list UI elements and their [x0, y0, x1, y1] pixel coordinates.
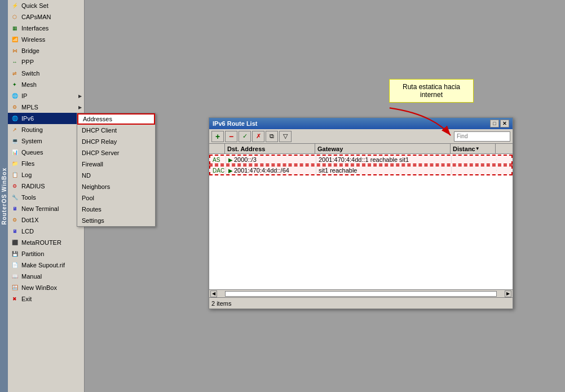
close-button[interactable]: ✕ — [500, 120, 509, 127]
submenu-settings[interactable]: Settings — [77, 215, 155, 226]
sidebar-item-tools[interactable]: 🔧 Tools ▶ — [8, 192, 84, 203]
sidebar-item-radius[interactable]: ⚙ RADIUS — [8, 180, 84, 192]
switch-icon: ⇌ — [10, 69, 19, 78]
route-window-title: IPv6 Route List □ ✕ — [209, 118, 513, 129]
files-icon: 📁 — [10, 159, 19, 168]
sidebar-item-new-winbox[interactable]: 🪟 New WinBox — [8, 282, 84, 293]
table-header: Dst. Address Gateway Distanc — [209, 144, 513, 154]
col-header-flag[interactable] — [209, 144, 225, 153]
col-header-gateway[interactable]: Gateway — [315, 144, 451, 153]
vertical-label: RouterOS WinBox — [0, 0, 8, 392]
submenu-neighbors[interactable]: Neighbors — [77, 181, 155, 192]
row-distance-1 — [452, 159, 497, 160]
exit-icon: ✖ — [10, 294, 19, 303]
sidebar-item-ppp[interactable]: ↔ PPP — [8, 56, 84, 68]
sidebar-item-mpls[interactable]: ⚙ MPLS ▶ — [8, 102, 84, 113]
log-icon: 📋 — [10, 170, 19, 179]
metarouter-icon: ⬛ — [10, 238, 19, 247]
sidebar-item-lcd[interactable]: 🖥 LCD — [8, 226, 84, 237]
sidebar-item-partition[interactable]: 💾 Partition — [8, 248, 84, 259]
submenu-pool[interactable]: Pool — [77, 192, 155, 204]
submenu-nd[interactable]: ND — [77, 170, 155, 181]
queues-icon: 📊 — [10, 148, 19, 157]
sidebar: ⚡ Quick Set ⬡ CAPsMAN ▦ Interfaces 📶 Wir… — [8, 0, 85, 392]
system-icon: 💻 — [10, 136, 19, 146]
tools-icon: 🔧 — [10, 193, 19, 202]
col-header-dst[interactable]: Dst. Address — [225, 144, 315, 153]
minimize-button[interactable]: □ — [490, 120, 499, 127]
sidebar-item-files[interactable]: 📁 Files — [8, 158, 84, 169]
row-dst-1: ▶ 2000::/3 — [226, 156, 316, 164]
interfaces-icon: ▦ — [10, 24, 19, 33]
submenu-addresses[interactable]: Addresses — [77, 113, 155, 125]
copy-button[interactable]: ⧉ — [266, 131, 278, 142]
cross-button[interactable]: ✗ — [252, 131, 264, 142]
bridge-icon: ⋈ — [10, 46, 19, 55]
submenu-dhcp-relay[interactable]: DHCP Relay — [77, 136, 155, 147]
sidebar-item-metarouter[interactable]: ⬛ MetaROUTER — [8, 237, 84, 248]
sidebar-item-new-terminal[interactable]: 🖥 New Terminal — [8, 203, 84, 214]
submenu-dhcp-client[interactable]: DHCP Client — [77, 125, 155, 136]
route-statusbar: 2 items — [209, 297, 513, 309]
supout-icon: 📄 — [10, 261, 19, 270]
sidebar-item-ip[interactable]: 🌐 IP ▶ — [8, 90, 84, 102]
row-gateway-1: 2001:470:4:4dd::1 reachable sit1 — [316, 156, 452, 164]
sidebar-item-bridge[interactable]: ⋈ Bridge — [8, 45, 84, 56]
sidebar-item-switch[interactable]: ⇌ Switch — [8, 68, 84, 79]
route-window: IPv6 Route List □ ✕ + − ✓ ✗ ⧉ ▽ — [209, 117, 513, 309]
ppp-icon: ↔ — [10, 58, 19, 67]
sidebar-item-dot1x[interactable]: ⚙ Dot1X — [8, 214, 84, 226]
sidebar-item-queues[interactable]: 📊 Queues — [8, 147, 84, 158]
col-header-distance[interactable]: Distanc — [451, 144, 496, 153]
ipv6-icon: 🌐 — [10, 114, 19, 123]
manual-icon: 📖 — [10, 272, 19, 281]
submenu-dhcp-server[interactable]: DHCP Server — [77, 147, 155, 158]
routing-icon: ↗ — [10, 125, 19, 134]
sidebar-item-wireless[interactable]: 📶 Wireless — [8, 34, 84, 45]
sidebar-item-ipv6[interactable]: 🌐 IPv6 ▶ — [8, 113, 84, 124]
mpls-icon: ⚙ — [10, 103, 19, 112]
route-table: Dst. Address Gateway Distanc AS ▶ 2000::… — [209, 144, 513, 289]
filter-button[interactable]: ▽ — [279, 131, 292, 142]
sidebar-item-mesh[interactable]: ✦ Mesh — [8, 79, 84, 90]
find-input[interactable] — [454, 131, 510, 142]
sidebar-item-capsman[interactable]: ⬡ CAPsMAN — [8, 11, 84, 23]
partition-icon: 💾 — [10, 249, 19, 258]
radius-icon: ⚙ — [10, 182, 19, 191]
row-flag-1: AS — [210, 156, 226, 164]
add-button[interactable]: + — [211, 131, 224, 142]
sidebar-item-system[interactable]: 💻 System ▶ — [8, 135, 84, 147]
mesh-icon: ✦ — [10, 80, 19, 89]
submenu-routes[interactable]: Routes — [77, 204, 155, 215]
table-row[interactable]: AS ▶ 2000::/3 2001:470:4:4dd::1 reachabl… — [209, 155, 513, 165]
window-controls: □ ✕ — [490, 120, 509, 127]
row-dst-2: ▶ 2001:470:4:4dd::/64 — [226, 166, 316, 174]
sidebar-item-interfaces[interactable]: ▦ Interfaces — [8, 23, 84, 34]
table-body: AS ▶ 2000::/3 2001:470:4:4dd::1 reachabl… — [209, 154, 513, 289]
remove-button[interactable]: − — [225, 131, 237, 142]
table-row[interactable]: DAC ▶ 2001:470:4:4dd::/64 sit1 reachable — [209, 165, 513, 175]
dot1x-icon: ⚙ — [10, 215, 19, 224]
sidebar-item-manual[interactable]: 📖 Manual — [8, 271, 84, 282]
scrollbar-track[interactable] — [225, 291, 497, 297]
sidebar-item-routing[interactable]: ↗ Routing ▶ — [8, 124, 84, 135]
sidebar-item-make-supout[interactable]: 📄 Make Supout.rif — [8, 259, 84, 271]
lcd-icon: 🖥 — [10, 227, 19, 236]
sidebar-item-quick-set[interactable]: ⚡ Quick Set — [8, 0, 84, 11]
capsman-icon: ⬡ — [10, 12, 19, 21]
submenu-firewall[interactable]: Firewall — [77, 158, 155, 170]
row-distance-2 — [452, 170, 497, 171]
scroll-left[interactable]: ◀ — [210, 290, 217, 297]
horizontal-scrollbar: ◀ ▶ — [209, 289, 513, 297]
sidebar-item-log[interactable]: 📋 Log — [8, 169, 84, 180]
scroll-right[interactable]: ▶ — [505, 290, 511, 297]
ipv6-submenu: Addresses DHCP Client DHCP Relay DHCP Se… — [77, 113, 156, 227]
route-toolbar: + − ✓ ✗ ⧉ ▽ — [209, 129, 513, 144]
mpls-arrow: ▶ — [78, 105, 82, 110]
row-flag-2: DAC — [210, 167, 226, 174]
winbox-icon: 🪟 — [10, 283, 19, 292]
quick-set-icon: ⚡ — [10, 1, 19, 10]
tooltip: Ruta estatica hacia internet — [389, 79, 474, 103]
check-button[interactable]: ✓ — [239, 131, 251, 142]
sidebar-item-exit[interactable]: ✖ Exit — [8, 293, 84, 305]
